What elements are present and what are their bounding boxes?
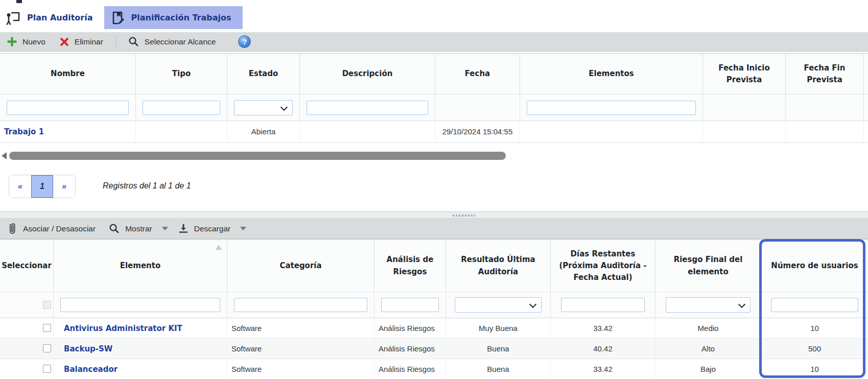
column-header-seleccionar[interactable]: Seleccionar <box>0 240 54 292</box>
row-checkbox[interactable] <box>43 365 51 373</box>
filter-categoria-input[interactable] <box>234 298 367 312</box>
show-button[interactable]: Mostrar <box>109 223 168 234</box>
new-button[interactable]: Nuevo <box>7 37 45 46</box>
select-scope-button[interactable]: Seleccionar Alcance <box>128 36 216 47</box>
element-categoria: Software <box>227 318 374 338</box>
filter-riesgo-select[interactable] <box>666 297 750 313</box>
element-categoria: Software <box>227 339 374 359</box>
splitter-handle[interactable] <box>453 215 475 217</box>
elements-filter-row <box>0 292 868 318</box>
element-analisis: Análisis Riesgos <box>374 318 445 338</box>
element-usuarios: 10 <box>761 318 868 338</box>
jobs-toolbar: Nuevo Eliminar Seleccionar Alcance ? <box>0 32 868 52</box>
filter-estado-select[interactable] <box>234 100 293 115</box>
element-usuarios: 500 <box>761 339 868 359</box>
page-current-button[interactable]: 1 <box>31 175 53 198</box>
associate-label: Asociar / Desasociar <box>23 224 96 233</box>
tab-plan-auditoria[interactable]: Plan Auditoría <box>0 6 104 29</box>
column-header-fecha[interactable]: Fecha <box>435 54 520 94</box>
column-header-elemento-label: Elemento <box>120 260 161 272</box>
element-dias: 40.42 <box>551 339 655 359</box>
magnifier-icon <box>109 223 120 234</box>
column-header-analisis-riesgos[interactable]: Análisis de Riesgos <box>374 240 446 292</box>
filter-elementos-input[interactable] <box>527 101 696 115</box>
element-link[interactable]: Balanceador <box>64 365 118 374</box>
help-glyph: ? <box>243 38 247 46</box>
column-header-filler <box>864 54 868 94</box>
column-header-categoria[interactable]: Categoría <box>227 240 374 292</box>
filter-resultado-select[interactable] <box>455 297 542 313</box>
column-header-descripcion[interactable]: Descripción <box>300 54 435 94</box>
element-row: Backup-SW Software Análisis Riesgos Buen… <box>0 339 868 359</box>
column-header-elemento[interactable]: Elemento <box>54 240 227 292</box>
column-header-nombre[interactable]: Nombre <box>0 54 136 94</box>
column-header-numero-usuarios[interactable]: Número de usuarios <box>761 240 868 292</box>
presentation-person-icon <box>5 10 21 26</box>
scrollbar-thumb[interactable] <box>9 152 506 160</box>
delete-button-label: Eliminar <box>75 37 103 46</box>
job-fecha: 29/10/2024 15:04:55 <box>435 121 520 143</box>
element-row: Balanceador Software Análisis Riesgos Bu… <box>0 359 868 379</box>
element-link[interactable]: Backup-SW <box>64 344 112 353</box>
element-analisis: Análisis Riesgos <box>374 359 445 379</box>
filter-tipo-input[interactable] <box>143 101 220 115</box>
filter-dias-input[interactable] <box>561 298 645 312</box>
filter-nombre-input[interactable] <box>7 101 129 115</box>
page-first-button[interactable]: « <box>9 175 31 198</box>
caret-down-icon <box>240 227 246 230</box>
column-header-fecha-fin-prevista[interactable]: Fecha Fin Prevista <box>786 54 864 94</box>
toolbar-separator <box>115 36 116 48</box>
download-label: Descargar <box>194 224 231 233</box>
filter-select-all-checkbox[interactable] <box>43 301 51 309</box>
elements-table-header: Seleccionar Elemento Categoría Análisis … <box>0 239 868 292</box>
paperclip-icon <box>7 222 17 235</box>
column-header-riesgo-final[interactable]: Riesgo Final del elemento <box>655 240 761 292</box>
column-header-tipo[interactable]: Tipo <box>136 54 227 94</box>
job-name-link[interactable]: Trabajo 1 <box>4 127 44 136</box>
scroll-left-icon[interactable] <box>2 152 7 159</box>
cropped-element-fragment <box>16 0 22 3</box>
horizontal-scrollbar <box>0 152 868 160</box>
element-link[interactable]: Antivirus Administrator KIT <box>64 324 182 333</box>
select-scope-label: Seleccionar Alcance <box>145 37 216 46</box>
filter-analisis-input[interactable] <box>381 298 439 312</box>
delete-button[interactable]: Eliminar <box>60 37 103 46</box>
element-row: Antivirus Administrator KIT Software Aná… <box>0 318 868 339</box>
column-header-fecha-inicio-prevista[interactable]: Fecha Inicio Prevista <box>703 54 786 94</box>
element-analisis: Análisis Riesgos <box>374 339 445 359</box>
element-resultado: Buena <box>446 339 551 359</box>
filter-usuarios-input[interactable] <box>771 298 858 312</box>
column-header-elementos[interactable]: Elementos <box>520 54 703 94</box>
plus-icon <box>7 37 17 46</box>
filter-descripcion-input[interactable] <box>307 101 428 115</box>
element-resultado: Buena <box>446 359 551 379</box>
associate-button[interactable]: Asociar / Desasociar <box>7 222 96 235</box>
column-header-estado[interactable]: Estado <box>227 54 300 94</box>
jobs-table-header: Nombre Tipo Estado Descripción Fecha Ele… <box>0 53 868 94</box>
show-label: Mostrar <box>125 224 152 233</box>
app-window: Plan Auditoría Planificación Trabajos Nu… <box>0 0 868 379</box>
magnifier-icon <box>128 36 139 47</box>
pagination: « 1 » <box>9 175 76 198</box>
elements-toolbar: Asociar / Desasociar Mostrar Descargar <box>0 219 868 239</box>
new-button-label: Nuevo <box>22 37 45 46</box>
caret-down-icon <box>162 227 168 230</box>
column-header-dias-restantes[interactable]: Días Restantes (Próxima Auditoría - Fech… <box>551 240 655 292</box>
download-button[interactable]: Descargar <box>178 224 247 234</box>
column-header-resultado-ultima-auditoria[interactable]: Resultado Última Auditoría <box>446 240 551 292</box>
jobs-filter-row <box>0 94 868 121</box>
element-riesgo: Alto <box>655 339 761 359</box>
tab-label: Plan Auditoría <box>27 13 93 22</box>
element-dias: 33.42 <box>551 359 655 379</box>
panel-splitter <box>0 211 868 219</box>
help-icon[interactable]: ? <box>238 35 251 48</box>
tab-planificacion-trabajos[interactable]: Planificación Trabajos <box>104 6 243 29</box>
book-pencil-icon <box>109 10 126 26</box>
row-checkbox[interactable] <box>43 324 51 332</box>
element-riesgo: Bajo <box>655 359 761 379</box>
page-last-button[interactable]: » <box>53 175 75 198</box>
filter-elemento-input[interactable] <box>60 298 220 312</box>
row-checkbox[interactable] <box>43 344 51 352</box>
element-categoria: Software <box>227 359 374 379</box>
element-resultado: Muy Buena <box>446 318 551 338</box>
